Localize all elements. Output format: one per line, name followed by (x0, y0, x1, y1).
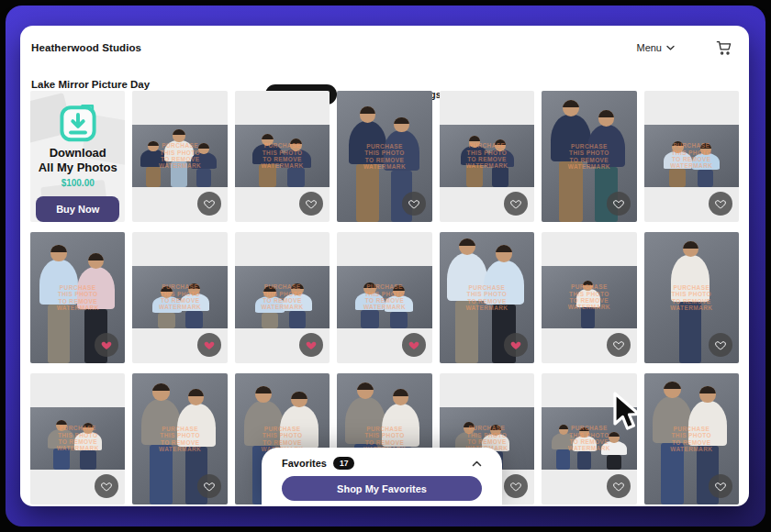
favorites-bar-header: Favorites 17 (282, 457, 482, 470)
heart-button[interactable] (607, 192, 631, 216)
menu-button[interactable]: Menu (636, 42, 675, 53)
person-silhouette (671, 241, 710, 363)
person-silhouette (251, 134, 283, 187)
heart-icon (714, 481, 727, 493)
person-silhouette (191, 143, 218, 187)
person-silhouette (179, 283, 209, 328)
photo-tile[interactable]: PURCHASETHIS PHOTOTO REMOVEWATERMARK (337, 232, 431, 363)
cart-button[interactable] (715, 39, 732, 56)
screenshot-canvas: Heatherwood Studios Menu Lake Mirror Pic… (0, 0, 771, 532)
heart-button-favorited[interactable] (504, 333, 528, 357)
photo-tile[interactable]: PURCHASETHIS PHOTOTO REMOVEWATERMARK (30, 232, 125, 363)
heart-icon (203, 198, 216, 210)
heart-button[interactable] (709, 333, 732, 357)
heart-button[interactable] (402, 192, 426, 216)
download-price: $100.00 (61, 178, 95, 188)
heart-icon (714, 339, 727, 351)
photo-tile[interactable]: PURCHASETHIS PHOTOTO REMOVEWATERMARK (440, 232, 534, 363)
heart-icon (100, 339, 113, 351)
heart-icon (509, 339, 522, 351)
heart-button[interactable] (299, 192, 323, 216)
heart-icon (612, 339, 625, 351)
person-silhouette (575, 281, 600, 328)
heart-icon (714, 198, 727, 210)
chevron-up-icon (472, 460, 482, 467)
photo-tile[interactable]: PURCHASETHIS PHOTOTO REMOVEWATERMARK (132, 91, 227, 222)
heart-button[interactable] (197, 474, 221, 498)
person-silhouette (663, 141, 692, 187)
heart-button[interactable] (504, 192, 528, 216)
photo-thumbnail[interactable]: PURCHASETHIS PHOTOTO REMOVEWATERMARK (132, 125, 227, 187)
person-silhouette (354, 283, 386, 328)
photo-tile[interactable]: PURCHASETHIS PHOTOTO REMOVEWATERMARK (235, 232, 330, 363)
photo-thumbnail[interactable]: PURCHASETHIS PHOTOTO REMOVEWATERMARK (132, 266, 227, 328)
person-silhouette (691, 143, 720, 187)
app-header: Heatherwood Studios Menu (20, 26, 749, 57)
menu-label: Menu (636, 42, 662, 53)
heart-button[interactable] (607, 474, 631, 498)
heart-button-favorited[interactable] (299, 333, 323, 357)
person-silhouette (348, 106, 387, 222)
photo-thumbnail[interactable]: PURCHASETHIS PHOTOTO REMOVEWATERMARK (30, 407, 125, 470)
heart-button[interactable] (95, 474, 118, 498)
heart-button[interactable] (607, 333, 631, 357)
header-actions: Menu (636, 39, 732, 56)
heart-button[interactable] (197, 192, 221, 216)
person-silhouette (151, 286, 182, 328)
collapse-favorites-button[interactable] (472, 460, 482, 467)
photo-tile[interactable]: PURCHASETHIS PHOTOTO REMOVEWATERMARK (542, 373, 636, 504)
heart-button[interactable] (709, 192, 732, 216)
photo-tile[interactable]: PURCHASETHIS PHOTOTO REMOVEWATERMARK (644, 91, 739, 222)
photo-thumbnail[interactable]: PURCHASETHIS PHOTOTO REMOVEWATERMARK (235, 266, 330, 328)
heart-button[interactable] (709, 474, 732, 498)
person-silhouette (446, 238, 488, 363)
photo-grid: Download All My Photos $100.00 Buy Now P… (30, 91, 739, 504)
photo-tile[interactable]: PURCHASETHIS PHOTOTO REMOVEWATERMARK (132, 373, 227, 504)
photo-tile[interactable]: PURCHASETHIS PHOTOTO REMOVEWATERMARK (440, 91, 534, 222)
photo-thumbnail[interactable]: PURCHASETHIS PHOTOTO REMOVEWATERMARK (542, 407, 636, 470)
photo-tile[interactable]: PURCHASETHIS PHOTOTO REMOVEWATERMARK (235, 91, 330, 222)
person-silhouette (255, 286, 285, 328)
download-icon (54, 102, 102, 146)
buy-now-button[interactable]: Buy Now (36, 196, 119, 222)
person-silhouette (460, 136, 488, 187)
heart-icon (305, 198, 318, 210)
photo-thumbnail[interactable]: PURCHASETHIS PHOTOTO REMOVEWATERMARK (542, 266, 636, 328)
shopping-cart-icon (715, 39, 732, 56)
favorites-bar: Favorites 17 Shop My Favorites (262, 448, 502, 506)
photo-tile[interactable]: PURCHASETHIS PHOTOTO REMOVEWATERMARK (132, 232, 227, 363)
chevron-down-icon (666, 45, 675, 50)
heart-icon (612, 481, 625, 493)
photo-thumbnail[interactable]: PURCHASETHIS PHOTOTO REMOVEWATERMARK (644, 125, 739, 187)
download-all-photos-card[interactable]: Download All My Photos $100.00 Buy Now (30, 91, 125, 222)
person-silhouette (74, 423, 103, 470)
photo-thumbnail[interactable]: PURCHASETHIS PHOTOTO REMOVEWATERMARK (440, 125, 534, 187)
photo-tile[interactable]: PURCHASETHIS PHOTOTO REMOVEWATERMARK (644, 373, 739, 504)
person-silhouette (140, 141, 167, 187)
photo-thumbnail[interactable]: PURCHASETHIS PHOTOTO REMOVEWATERMARK (337, 266, 431, 328)
photo-tile[interactable]: PURCHASETHIS PHOTOTO REMOVEWATERMARK (542, 232, 636, 363)
favorites-label: Favorites (282, 458, 327, 469)
heart-icon (408, 198, 420, 210)
heart-icon (509, 198, 522, 210)
heart-icon (203, 339, 216, 351)
heart-button-favorited[interactable] (402, 333, 426, 357)
studio-name: Heatherwood Studios (31, 42, 141, 53)
heart-button-favorited[interactable] (197, 333, 221, 357)
gallery-title: Lake Mirror Picture Day (31, 79, 150, 90)
photo-thumbnail[interactable]: PURCHASETHIS PHOTOTO REMOVEWATERMARK (235, 125, 330, 187)
heart-icon (305, 339, 318, 351)
heart-icon (509, 481, 522, 493)
photo-tile[interactable]: PURCHASETHIS PHOTOTO REMOVEWATERMARK (30, 373, 125, 504)
heart-icon (203, 481, 216, 493)
photo-tile[interactable]: PURCHASETHIS PHOTOTO REMOVEWATERMARK (644, 232, 739, 363)
person-silhouette (280, 139, 311, 187)
download-line2: All My Photos (39, 161, 117, 175)
person-silhouette (384, 285, 414, 328)
heart-button[interactable] (504, 474, 528, 498)
photo-tile[interactable]: PURCHASETHIS PHOTOTO REMOVEWATERMARK (542, 91, 636, 222)
person-silhouette (600, 432, 627, 470)
shop-my-favorites-button[interactable]: Shop My Favorites (282, 476, 482, 501)
person-silhouette (39, 245, 78, 363)
photo-tile[interactable]: PURCHASETHIS PHOTOTO REMOVEWATERMARK (337, 91, 431, 222)
